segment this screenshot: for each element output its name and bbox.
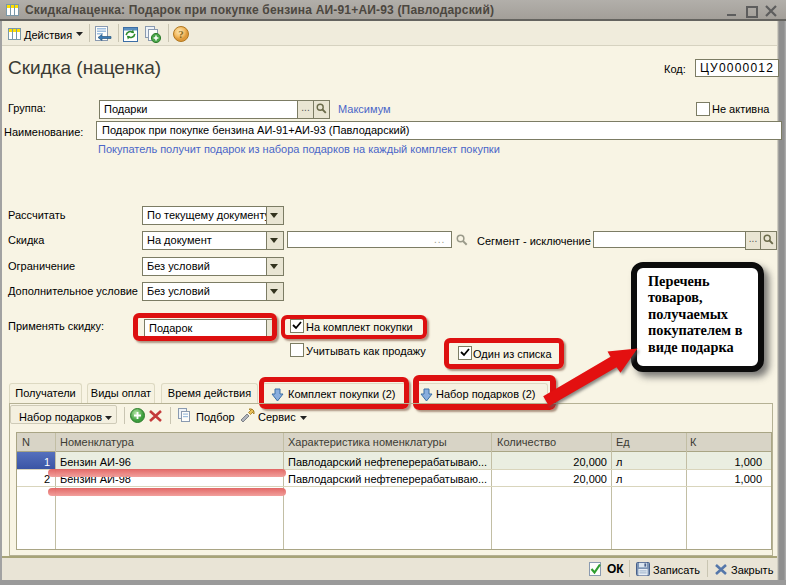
svg-text:?: ? <box>178 28 184 40</box>
